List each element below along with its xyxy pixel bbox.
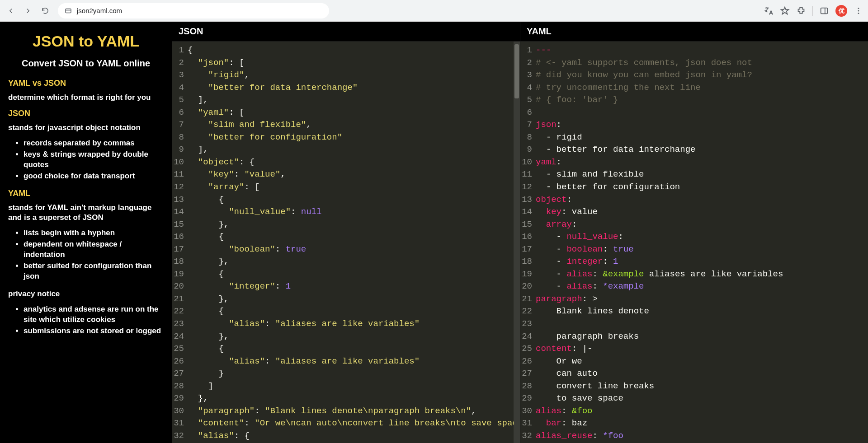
- code-line[interactable]: 22 {: [172, 305, 520, 318]
- code-line[interactable]: 1{: [172, 44, 520, 57]
- line-content[interactable]: - alias: &example aliases are like varia…: [536, 268, 868, 281]
- code-line[interactable]: 7 "slim and flexible",: [172, 119, 520, 131]
- line-content[interactable]: {: [188, 343, 520, 355]
- line-content[interactable]: {: [188, 268, 520, 281]
- line-content[interactable]: - better for configuration: [536, 181, 868, 194]
- code-line[interactable]: 18 },: [172, 256, 520, 268]
- scrollbar[interactable]: [514, 42, 520, 443]
- line-content[interactable]: "better for data interchange": [188, 82, 520, 94]
- code-line[interactable]: 29 },: [172, 392, 520, 405]
- code-line[interactable]: 20 "integer": 1: [172, 280, 520, 293]
- code-line[interactable]: 24 paragraph breaks: [520, 331, 868, 343]
- line-content[interactable]: # did you know you can embed json in yam…: [536, 69, 868, 82]
- scrollbar-thumb[interactable]: [514, 44, 519, 98]
- line-content[interactable]: },: [188, 293, 520, 306]
- code-line[interactable]: 20 - alias: *example: [520, 280, 868, 293]
- code-line[interactable]: 24 },: [172, 331, 520, 343]
- line-content[interactable]: "rigid",: [188, 69, 520, 82]
- line-content[interactable]: {: [188, 44, 520, 57]
- line-content[interactable]: {: [188, 305, 520, 318]
- line-content[interactable]: },: [188, 256, 520, 268]
- code-line[interactable]: 12 - better for configuration: [520, 181, 868, 194]
- line-content[interactable]: content: |-: [536, 343, 868, 355]
- code-line[interactable]: 15 array:: [520, 219, 868, 231]
- code-line[interactable]: 8 - rigid: [520, 131, 868, 144]
- line-content[interactable]: "paragraph": "Blank lines denote\nparagr…: [188, 405, 520, 418]
- code-line[interactable]: 6: [520, 107, 868, 119]
- code-line[interactable]: 27 }: [172, 368, 520, 380]
- line-content[interactable]: }: [188, 368, 520, 380]
- code-line[interactable]: 11 - slim and flexible: [520, 168, 868, 181]
- code-line[interactable]: 4 "better for data interchange": [172, 82, 520, 94]
- forward-button[interactable]: [22, 5, 34, 17]
- code-line[interactable]: 23: [520, 318, 868, 331]
- line-content[interactable]: "json": [: [188, 57, 520, 70]
- line-content[interactable]: to save space: [536, 392, 868, 405]
- line-content[interactable]: Blank lines denote: [536, 305, 868, 318]
- yaml-editor[interactable]: 1---2# <- yaml supports comments, json d…: [520, 42, 868, 443]
- code-line[interactable]: 30alias: &foo: [520, 405, 868, 418]
- code-line[interactable]: 18 - integer: 1: [520, 256, 868, 268]
- extensions-icon[interactable]: [796, 6, 806, 16]
- line-content[interactable]: "yaml": [: [188, 107, 520, 119]
- code-line[interactable]: 25content: |-: [520, 343, 868, 355]
- code-line[interactable]: 13object:: [520, 194, 868, 206]
- line-content[interactable]: - rigid: [536, 131, 868, 144]
- profile-avatar[interactable]: 优: [835, 5, 847, 17]
- address-bar[interactable]: json2yaml.com: [58, 3, 329, 19]
- code-line[interactable]: 4# try uncommenting the next line: [520, 82, 868, 94]
- code-line[interactable]: 32alias_reuse: *foo: [520, 430, 868, 443]
- line-content[interactable]: paragraph breaks: [536, 331, 868, 343]
- code-line[interactable]: 9 - better for data interchange: [520, 144, 868, 156]
- line-content[interactable]: # <- yaml supports comments, json does n…: [536, 57, 868, 70]
- code-line[interactable]: 5 ],: [172, 94, 520, 107]
- line-content[interactable]: },: [188, 392, 520, 405]
- line-content[interactable]: - boolean: true: [536, 243, 868, 256]
- line-content[interactable]: can auto: [536, 368, 868, 380]
- line-content[interactable]: {: [188, 194, 520, 206]
- code-line[interactable]: 17 - boolean: true: [520, 243, 868, 256]
- line-content[interactable]: "array": [: [188, 181, 520, 194]
- line-content[interactable]: - integer: 1: [536, 256, 868, 268]
- line-content[interactable]: "better for configuration": [188, 131, 520, 144]
- line-content[interactable]: "alias": {: [188, 430, 520, 443]
- line-content[interactable]: ],: [188, 144, 520, 156]
- code-line[interactable]: 9 ],: [172, 144, 520, 156]
- line-content[interactable]: object:: [536, 194, 868, 206]
- site-info-icon[interactable]: [64, 7, 72, 15]
- line-content[interactable]: ---: [536, 44, 868, 57]
- line-content[interactable]: "object": {: [188, 156, 520, 169]
- code-line[interactable]: 6 "yaml": [: [172, 107, 520, 119]
- code-line[interactable]: 10 "object": {: [172, 156, 520, 169]
- line-content[interactable]: "alias": "aliases are like variables": [188, 318, 520, 331]
- code-line[interactable]: 11 "key": "value",: [172, 168, 520, 181]
- code-line[interactable]: 32 "alias": {: [172, 430, 520, 443]
- code-line[interactable]: 28 convert line breaks: [520, 380, 868, 393]
- reload-button[interactable]: [39, 5, 52, 17]
- line-content[interactable]: Or we: [536, 355, 868, 368]
- side-panel-icon[interactable]: [819, 6, 829, 16]
- code-line[interactable]: 26 Or we: [520, 355, 868, 368]
- line-content[interactable]: [536, 107, 868, 119]
- code-line[interactable]: 22 Blank lines denote: [520, 305, 868, 318]
- line-content[interactable]: alias: &foo: [536, 405, 868, 418]
- code-line[interactable]: 28 ]: [172, 380, 520, 393]
- code-line[interactable]: 14 "null_value": null: [172, 206, 520, 219]
- code-line[interactable]: 7json:: [520, 119, 868, 131]
- code-line[interactable]: 26 "alias": "aliases are like variables": [172, 355, 520, 368]
- line-content[interactable]: array:: [536, 219, 868, 231]
- code-line[interactable]: 16 - null_value:: [520, 231, 868, 243]
- code-line[interactable]: 8 "better for configuration": [172, 131, 520, 144]
- line-content[interactable]: },: [188, 219, 520, 231]
- code-line[interactable]: 2 "json": [: [172, 57, 520, 70]
- code-line[interactable]: 16 {: [172, 231, 520, 243]
- code-line[interactable]: 2# <- yaml supports comments, json does …: [520, 57, 868, 70]
- code-line[interactable]: 19 - alias: &example aliases are like va…: [520, 268, 868, 281]
- line-content[interactable]: [536, 318, 868, 331]
- translate-icon[interactable]: [764, 6, 774, 16]
- back-button[interactable]: [5, 5, 17, 17]
- line-content[interactable]: key: value: [536, 206, 868, 219]
- line-content[interactable]: {: [188, 231, 520, 243]
- star-icon[interactable]: [780, 6, 790, 16]
- code-line[interactable]: 30 "paragraph": "Blank lines denote\npar…: [172, 405, 520, 418]
